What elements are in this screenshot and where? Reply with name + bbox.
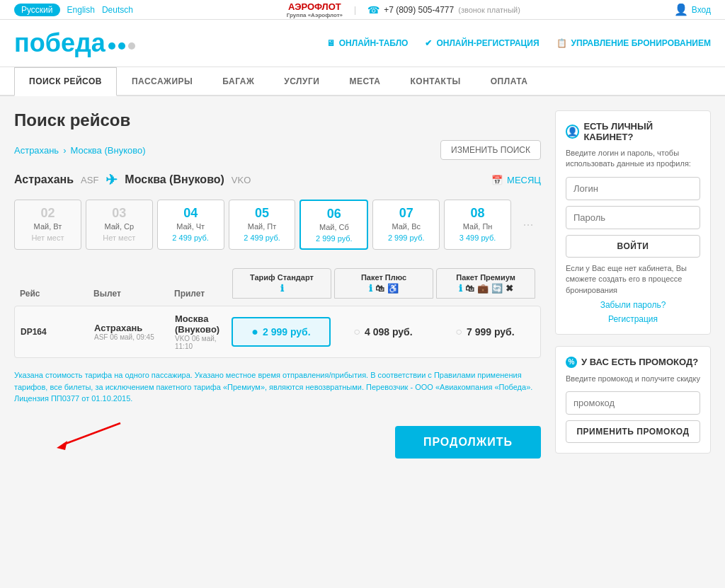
register-link[interactable]: Регистрация <box>566 314 700 324</box>
from-city: Астрахань <box>14 173 74 186</box>
page-content: Поиск рейсов Астрахань › Москва (Внуково… <box>0 96 725 479</box>
login-card-note: Если у Вас еще нет кабинета, Вы сможете … <box>566 263 700 296</box>
apply-promo-button[interactable]: ПРИМЕНИТЬ ПРОМОКОД <box>566 420 700 443</box>
login-input[interactable] <box>566 177 700 200</box>
site-logo[interactable]: победа <box>14 28 135 58</box>
breadcrumb-to[interactable]: Москва (Внуково) <box>70 145 145 156</box>
header-navigation: 🖥 ОНЛАЙН-ТАБЛО ✔ ОНЛАЙН-РЕГИСТРАЦИЯ 📋 УП… <box>326 38 711 48</box>
promo-card-subtitle: Введите промокод и получите скидку <box>566 374 700 384</box>
password-input[interactable] <box>566 206 700 229</box>
online-checkin-link[interactable]: ✔ ОНЛАЙН-РЕГИСТРАЦИЯ <box>425 38 539 48</box>
tab-baggage[interactable]: БАГАЖ <box>207 67 269 95</box>
date-cell-2[interactable]: 04 Май, Чт 2 499 руб. <box>157 200 224 250</box>
date-cell-1[interactable]: 03 Май, Ср Нет мест <box>86 200 153 250</box>
col-tariff1-header: Тариф Стандарт ℹ <box>232 268 331 299</box>
bag2-icon-tariff3: 💼 <box>477 283 489 294</box>
manage-booking-link[interactable]: 📋 УПРАВЛЕНИЕ БРОНИРОВАНИЕМ <box>556 38 711 48</box>
svg-line-0 <box>64 423 120 444</box>
flight-arrow-icon: ✈ <box>105 171 118 188</box>
fare-premium[interactable]: ○ 7 999 руб. <box>435 317 535 347</box>
col-flight-header: Рейс <box>20 289 91 299</box>
col-tariff3-header: Пакет Премиум ℹ 🛍 💼 🔄 ✖ <box>436 268 535 299</box>
flights-table-header: Рейс Вылет Прилет Тариф Стандарт ℹ Пакет… <box>14 264 541 303</box>
forgot-password-link[interactable]: Забыли пароль? <box>566 300 700 310</box>
main-navigation: ПОИСК РЕЙСОВ ПАССАЖИРЫ БАГАЖ УСЛУГИ МЕСТ… <box>0 67 725 96</box>
date-cell-3[interactable]: 05 Май, Пт 2 499 руб. <box>229 200 296 250</box>
login-button[interactable]: ВОЙТИ <box>566 235 700 258</box>
aeroflot-logo: АЭРОФЛОТ Группа «Аэрофлот» <box>287 1 343 18</box>
language-selector: Русский English Deutsch <box>14 4 133 16</box>
from-code: ASF <box>81 175 98 185</box>
tab-payment[interactable]: ОПЛАТА <box>476 67 543 95</box>
login-card-title: 👤 ЕСТЬ ЛИЧНЫЙ КАБИНЕТ? <box>566 121 700 142</box>
month-view-button[interactable]: 📅 МЕСЯЦ <box>491 175 541 185</box>
date-more-button[interactable]: ··· <box>515 200 541 250</box>
date-cell-5[interactable]: 07 Май, Вс 2 999 руб. <box>372 200 440 250</box>
to-city: Москва (Внуково) <box>125 173 224 186</box>
info-icon-tariff3[interactable]: ℹ <box>459 283 462 294</box>
promo-card-title: % У ВАС ЕСТЬ ПРОМОКОД? <box>566 357 700 368</box>
calendar-icon: 📅 <box>491 175 503 185</box>
lang-ru[interactable]: Русский <box>14 4 60 16</box>
breadcrumb: Астрахань › Москва (Внуково) <box>14 145 146 156</box>
flight-departure: Астрахань ASF 06 май, 09:45 <box>94 323 172 341</box>
header: победа 🖥 ОНЛАЙН-ТАБЛО ✔ ОНЛАЙН-РЕГИСТРАЦ… <box>0 20 725 67</box>
bag-icon-tariff2: 🛍 <box>375 283 384 294</box>
lang-de[interactable]: Deutsch <box>102 5 133 15</box>
wheelchair-icon-tariff2: ♿ <box>387 283 399 294</box>
main-panel: Поиск рейсов Астрахань › Москва (Внуково… <box>14 110 541 465</box>
online-board-link[interactable]: 🖥 ОНЛАЙН-ТАБЛО <box>326 38 409 48</box>
x-icon-tariff3: ✖ <box>506 283 513 294</box>
tab-contacts[interactable]: КОНТАКТЫ <box>396 67 476 95</box>
to-code: VKO <box>232 175 251 185</box>
doc-icon: 📋 <box>556 38 567 48</box>
flight-arrival: Москва (Внуково) VKO 06 май, 11:10 <box>175 313 229 350</box>
login-link[interactable]: 👤 Вход <box>674 3 711 16</box>
flight-row: DP164 Астрахань ASF 06 май, 09:45 Москва… <box>14 306 541 358</box>
date-cell-4[interactable]: 06 Май, Сб 2 999 руб. <box>299 200 368 250</box>
col-depart-header: Вылет <box>93 289 171 299</box>
change-search-button[interactable]: ИЗМЕНИТЬ ПОИСК <box>440 140 541 160</box>
bag-icon-tariff3: 🛍 <box>465 283 474 294</box>
check-icon: ✔ <box>425 38 432 48</box>
col-arrive-header: Прилет <box>174 289 229 299</box>
lang-en[interactable]: English <box>67 5 95 15</box>
tab-services[interactable]: УСЛУГИ <box>269 67 334 95</box>
continue-button[interactable]: ПРОДОЛЖИТЬ <box>395 426 541 459</box>
breadcrumb-from[interactable]: Астрахань <box>14 145 59 156</box>
col-tariff2-header: Пакет Плюс ℹ 🛍 ♿ <box>334 268 433 299</box>
tab-search-flights[interactable]: ПОИСК РЕЙСОВ <box>14 67 117 96</box>
promo-card: % У ВАС ЕСТЬ ПРОМОКОД? Введите промокод … <box>555 346 711 454</box>
phone-note: (звонок платный) <box>458 6 520 14</box>
tab-seats[interactable]: МЕСТА <box>334 67 395 95</box>
breadcrumb-separator: › <box>63 145 66 156</box>
phone-number: +7 (809) 505-4777 <box>384 5 454 15</box>
tab-passengers[interactable]: ПАССАЖИРЫ <box>117 67 207 95</box>
fare-unselected-indicator: ○ <box>353 325 360 338</box>
flights-table: Рейс Вылет Прилет Тариф Стандарт ℹ Пакет… <box>14 264 541 358</box>
breadcrumb-row: Астрахань › Москва (Внуково) ИЗМЕНИТЬ ПО… <box>14 140 541 160</box>
login-card-subtitle: Введите логин и пароль, чтобы использова… <box>566 148 700 170</box>
flight-number: DP164 <box>21 327 91 337</box>
top-bar: Русский English Deutsch АЭРОФЛОТ Группа … <box>0 0 725 20</box>
fare-plus[interactable]: ○ 4 098 руб. <box>333 317 433 347</box>
monitor-icon: 🖥 <box>326 38 335 48</box>
route-cities: Астрахань ASF ✈ Москва (Внуково) VKO <box>14 171 251 188</box>
login-card: 👤 ЕСТЬ ЛИЧНЫЙ КАБИНЕТ? Введите логин и п… <box>555 110 711 335</box>
svg-marker-1 <box>57 441 67 450</box>
promo-input[interactable] <box>566 391 700 415</box>
red-arrow-annotation <box>50 416 135 451</box>
user-icon: 👤 <box>566 125 579 139</box>
route-row: Астрахань ASF ✈ Москва (Внуково) VKO 📅 М… <box>14 171 541 188</box>
promo-icon: % <box>566 357 577 368</box>
aeroflot-info: АЭРОФЛОТ Группа «Аэрофлот» | ☎ +7 (809) … <box>133 1 674 18</box>
date-selector: 02 Май, Вт Нет мест 03 Май, Ср Нет мест … <box>14 200 541 250</box>
info-icon-tariff2[interactable]: ℹ <box>369 283 372 294</box>
info-icon-tariff1[interactable]: ℹ <box>280 283 284 294</box>
fare-selected-indicator: ● <box>251 325 258 338</box>
date-cell-0[interactable]: 02 Май, Вт Нет мест <box>14 200 81 250</box>
fare-unselected-indicator-2: ○ <box>455 325 462 338</box>
fare-standard[interactable]: ● 2 999 руб. <box>232 317 331 347</box>
footnote: Указана стоимость тарифа на одного пасса… <box>14 369 541 405</box>
date-cell-6[interactable]: 08 Май, Пн 3 499 руб. <box>444 200 511 250</box>
